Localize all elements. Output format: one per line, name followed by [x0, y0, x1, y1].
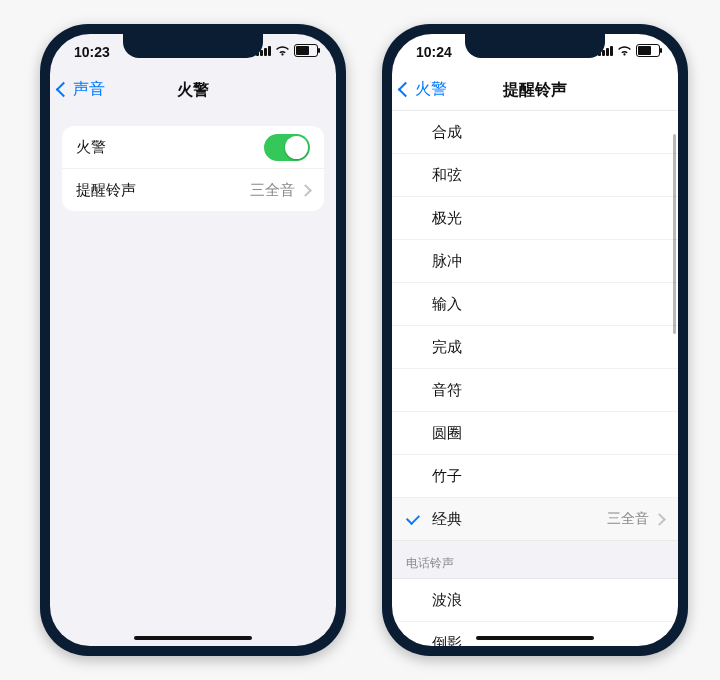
status-icons [598, 44, 660, 57]
phone-left: 10:23 声音 火警 火警 提 [40, 24, 346, 656]
tone-label: 提醒铃声 [76, 181, 136, 200]
switch-on[interactable] [264, 134, 310, 161]
settings-group: 火警 提醒铃声 三全音 [62, 126, 324, 211]
home-indicator[interactable] [476, 636, 594, 640]
tone-item-label: 合成 [432, 123, 462, 142]
screen-left: 10:23 声音 火警 火警 提 [50, 34, 336, 646]
tone-cell[interactable]: 脉冲 [392, 240, 678, 283]
tone-value: 三全音 [250, 181, 310, 200]
tone-item-label: 输入 [432, 295, 462, 314]
notch [123, 34, 263, 58]
tone-trail: 三全音 [607, 510, 664, 528]
chevron-right-icon [299, 184, 312, 197]
status-icons [256, 44, 318, 57]
tone-item-label: 圆圈 [432, 424, 462, 443]
tone-cell-selected[interactable]: 经典 三全音 [392, 498, 678, 541]
tone-cell[interactable]: 完成 [392, 326, 678, 369]
toggle-label: 火警 [76, 138, 106, 157]
page-title: 火警 [50, 80, 336, 101]
chevron-right-icon [653, 513, 666, 526]
tone-cell[interactable]: 圆圈 [392, 412, 678, 455]
status-time: 10:24 [416, 44, 452, 60]
tone-cell[interactable]: 竹子 [392, 455, 678, 498]
screen-right: 10:24 火警 提醒铃声 合成和弦极光脉冲输入完成音符圆圈竹子 经典 [392, 34, 678, 646]
tone-cell[interactable]: 和弦 [392, 154, 678, 197]
wifi-icon [617, 45, 632, 56]
tone-item-label: 脉冲 [432, 252, 462, 271]
tone-cell[interactable]: 极光 [392, 197, 678, 240]
tone-cell[interactable]: 合成 [392, 111, 678, 154]
tone-cell[interactable]: 倒影 [392, 622, 678, 646]
tone-row[interactable]: 提醒铃声 三全音 [62, 168, 324, 211]
page-title: 提醒铃声 [392, 80, 678, 101]
tone-item-label: 波浪 [432, 591, 462, 610]
tone-cell[interactable]: 输入 [392, 283, 678, 326]
tone-item-label: 完成 [432, 338, 462, 357]
nav-bar: 声音 火警 [50, 70, 336, 110]
scroll-indicator[interactable] [673, 134, 676, 334]
section-header: 电话铃声 [392, 541, 678, 579]
tone-item-label: 经典 [432, 510, 462, 529]
checkmark-icon [406, 511, 420, 525]
home-indicator[interactable] [134, 636, 252, 640]
battery-icon [294, 44, 318, 57]
tone-item-label: 极光 [432, 209, 462, 228]
tone-list: 合成和弦极光脉冲输入完成音符圆圈竹子 经典 三全音 电话铃声 波浪倒影灯塔顶峰辐… [392, 111, 678, 646]
status-time: 10:23 [74, 44, 110, 60]
tone-cell[interactable]: 波浪 [392, 579, 678, 622]
tone-item-label: 倒影 [432, 634, 462, 647]
tone-cell[interactable]: 音符 [392, 369, 678, 412]
tone-item-label: 和弦 [432, 166, 462, 185]
wifi-icon [275, 45, 290, 56]
tone-item-label: 音符 [432, 381, 462, 400]
notch [465, 34, 605, 58]
battery-icon [636, 44, 660, 57]
nav-bar: 火警 提醒铃声 [392, 70, 678, 111]
phone-right: 10:24 火警 提醒铃声 合成和弦极光脉冲输入完成音符圆圈竹子 经典 [382, 24, 688, 656]
tone-item-label: 竹子 [432, 467, 462, 486]
toggle-row[interactable]: 火警 [62, 126, 324, 168]
